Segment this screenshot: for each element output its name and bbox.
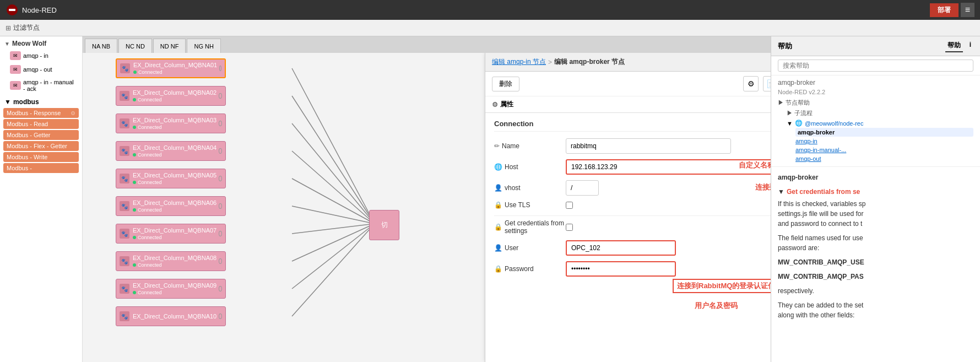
node-mqbna01[interactable]: 🐾 EX_Direct_Column_MQBNA01 Connected [116,58,226,78]
sidebar-item-modbus-extra[interactable]: Modbus - [3,163,79,173]
node-label-02: EX_Direct_Column_MQBNA02 [133,89,216,96]
help-tree-amqp-broker[interactable]: amqp-broker [795,128,973,137]
use-tls-checkbox[interactable] [566,202,573,209]
cred-settings-checkbox[interactable] [566,224,573,231]
help-cred-fields: The field names used for use password ar… [778,233,973,253]
modbus-read-label: Modbus - Read [7,121,48,127]
node-port-06 [219,203,222,209]
tab-nd-nf[interactable]: ND NF [153,39,186,53]
help-search-bar [771,56,980,75]
status-text-07: Connected [138,235,162,240]
tab-bar: NA NB NC ND ND NF NG NH [83,36,771,53]
left-sidebar: ▼ Meow Wolf ✉ amqp - in ✉ amqp - out ✉ a… [0,36,83,362]
vhost-input[interactable] [566,180,599,196]
node-mqbna03[interactable]: 🐾 EX_Direct_Column_MQBNA03 Connected [116,114,226,133]
help-search-input[interactable] [778,60,973,72]
help-tree-amqp-out[interactable]: amqp-out [795,154,973,163]
node-icon-03: 🐾 [120,118,129,128]
node-port-08 [219,258,222,264]
help-tree-meowwolf-icon: ▼ [787,120,793,127]
tab-na-nb[interactable]: NA NB [85,39,117,53]
node-label-09: EX_Direct_Column_MQBNA09 [133,282,216,289]
sidebar-item-modbus-write[interactable]: Modbus - Write [3,152,79,162]
help-tree-amqp-in-manual[interactable]: amqp-in-manual-... [795,145,973,154]
delete-button[interactable]: 删除 [492,77,519,91]
help-tree-amqp-broker-label: amqp-broker [798,129,835,136]
name-icon: ✏ [494,142,500,150]
output-node[interactable]: 切 [369,210,399,240]
help-tab-info[interactable]: i [967,40,973,52]
node-mqbna04[interactable]: 🐾 EX_Direct_Column_MQBNA04 Connected [116,141,226,161]
user-input[interactable] [566,240,676,256]
node-port-03 [219,121,222,126]
host-label: 🌐 Host [494,163,566,171]
node-icon-10: 🐾 [120,311,129,321]
props-tab-label: 属性 [500,100,513,109]
svg-line-9 [292,224,375,261]
node-port-07 [219,231,222,236]
name-input[interactable] [566,138,731,154]
node-mqbna08[interactable]: 🐾 EX_Direct_Column_MQBNA08 Connected [116,251,226,271]
modbus-extra-label: Modbus - [7,165,32,171]
status-text-02: Connected [138,97,162,102]
modbus-section-title: ▼ modbus [0,95,82,107]
sidebar-item-modbus-flex[interactable]: Modbus - Flex - Getter [3,141,79,151]
sidebar-item-amqp-manual[interactable]: ✉ amqp - in - manual - ack [2,77,80,94]
connection-section-title: Connection [494,120,771,132]
node-mqbna10[interactable]: 🐾 EX_Direct_Column_MQBNA10 [116,306,226,326]
properties-gear-button[interactable]: ⚙ [743,76,759,91]
help-tree-amqp-out-label: amqp-out [795,155,821,162]
help-tree-nodered-label: ▶ 节点帮助 [778,99,810,107]
main-layout: ▼ Meow Wolf ✉ amqp - in ✉ amqp - out ✉ a… [0,36,980,362]
status-dot-07 [133,236,136,239]
node-mqbna02[interactable]: 🐾 EX_Direct_Column_MQBNA02 Connected [116,86,226,106]
help-tab-help[interactable]: 帮助 [945,40,963,52]
cred-arrow: ▼ [778,187,784,197]
sidebar-item-modbus-read[interactable]: Modbus - Read [3,119,79,129]
filter-icon: ⊞ [6,24,11,32]
node-label-06: EX_Direct_Column_MQBNA06 [133,199,216,206]
help-tree-meowwolf[interactable]: ▼ 🌐 @meowwolf/node-rec [778,118,973,128]
node-mqbna09[interactable]: 🐾 EX_Direct_Column_MQBNA09 Connected [116,279,226,299]
name-label: ✏ Name [494,142,566,150]
status-dot-01 [133,71,137,74]
sidebar-item-modbus-response[interactable]: Modbus - Response ⚙ [3,108,79,118]
help-tree-nodered[interactable]: ▶ 节点帮助 [778,98,973,108]
modbus-response-label: Modbus - Response [7,110,61,116]
use-tls-label: 🔒 Use TLS [494,201,566,209]
help-tree-subflows[interactable]: ▶ 子流程 [778,108,973,118]
sidebar-item-amqp-out[interactable]: ✉ amqp - out [2,63,80,76]
node-mqbna07[interactable]: 🐾 EX_Direct_Column_MQBNA07 Connected [116,224,226,244]
menu-button[interactable]: ≡ [961,3,974,17]
dialog-breadcrumb: 编辑 amqp-in 节点 > 编辑 amqp-broker 节点 [485,53,771,72]
svg-line-11 [292,224,375,316]
amqp-out-icon: ✉ [10,65,21,74]
modbus-flex-label: Modbus - Flex - Getter [7,143,67,149]
tab-nc-nd[interactable]: NC ND [118,39,152,53]
status-dot-08 [133,263,136,267]
help-field2: MW_CONTRIB_AMQP_PAS [778,272,973,282]
node-mqbna05[interactable]: 🐾 EX_Direct_Column_MQBNA05 Connected [116,169,226,188]
host-input[interactable] [566,159,771,175]
name-row: ✏ Name [494,138,771,154]
amqp-in-icon: ✉ [10,51,21,60]
tab-ng-nh[interactable]: NG NH [187,39,220,53]
breadcrumb-parent[interactable]: 编辑 amqp-in 节点 [492,57,546,67]
cred-section-toggle[interactable]: ▼ Get credentials from se [778,187,973,197]
svg-rect-1 [9,9,15,11]
help-cred-intro: If this is checked, variables sp setting… [778,199,973,229]
sidebar-item-modbus-getter[interactable]: Modbus - Getter [3,130,79,140]
sidebar-item-amqp-in[interactable]: ✉ amqp - in [2,49,80,62]
help-tree-amqp-in[interactable]: amqp-in [795,137,973,145]
node-label-05: EX_Direct_Column_MQBNA05 [133,172,216,179]
node-label-04: EX_Direct_Column_MQBNA04 [133,144,216,151]
status-text-06: Connected [138,207,162,213]
password-input[interactable] [566,261,676,277]
properties-doc-button[interactable]: 📄 [763,76,771,91]
node-icon-05: 🐾 [120,174,129,183]
node-mqbna06[interactable]: 🐾 EX_Direct_Column_MQBNA06 Connected [116,196,226,216]
app-title: Node-RED [22,6,57,14]
deploy-button[interactable]: 部署 [930,3,959,17]
vhost-icon: 👤 [494,184,502,192]
logo: Node-RED [6,3,57,17]
